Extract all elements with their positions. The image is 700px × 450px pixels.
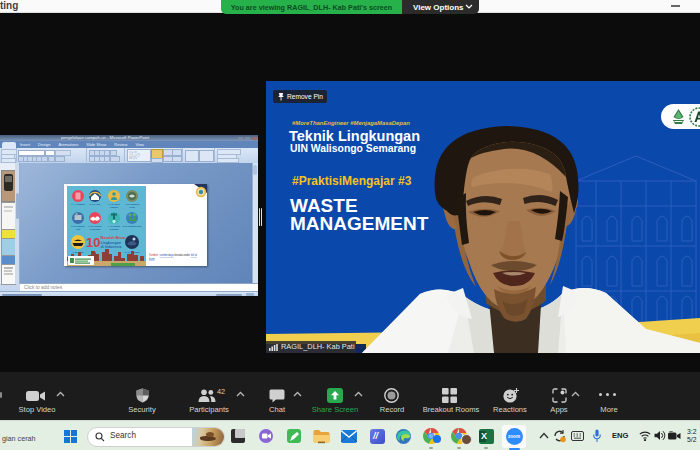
- svg-text:Sampah: Sampah: [110, 206, 119, 208]
- svg-text:8. 29 Kawasan Bisa: 8. 29 Kawasan Bisa: [123, 225, 142, 227]
- svg-text:di Indonesia: di Indonesia: [101, 245, 123, 249]
- svg-text:10: 10: [86, 235, 100, 250]
- svg-text:bumi: bumi: [149, 257, 155, 261]
- svg-text:di bawah: di bawah: [110, 228, 119, 230]
- svg-text:2. DD Alam: 2. DD Alam: [90, 203, 101, 205]
- svg-text:Kepanasan: Kepanasan: [90, 228, 101, 230]
- svg-text:1. A T Sampah: 1. A T Sampah: [71, 203, 85, 205]
- svg-text:Hidup: Hidup: [129, 206, 135, 208]
- svg-text:Lingkungan: Lingkungan: [101, 241, 121, 245]
- svg-text:Masalah Besar: Masalah Besar: [101, 236, 127, 240]
- svg-text:Sumber: sumberdaya berada unde: Sumber: sumberdaya berada under lah di: [149, 253, 197, 257]
